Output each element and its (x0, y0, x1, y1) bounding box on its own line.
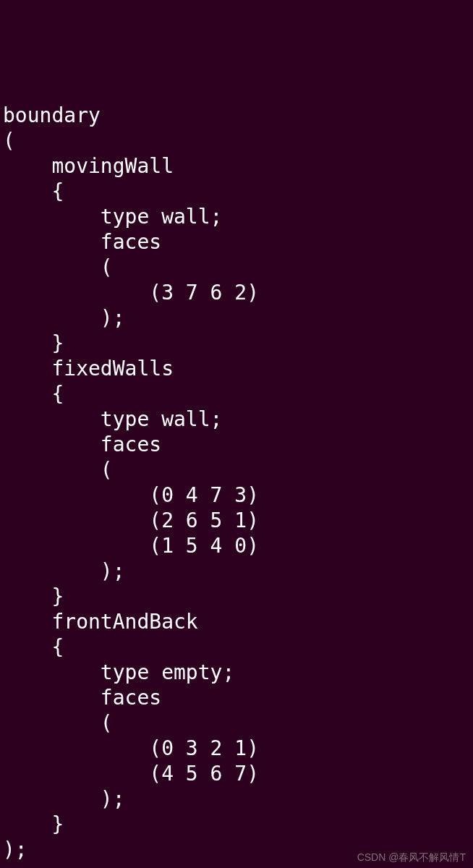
code-line: } (3, 331, 64, 355)
code-line: { (3, 179, 64, 203)
code-line: (4 5 6 7) (3, 762, 259, 786)
code-line: { (3, 382, 64, 406)
code-block: boundary ( movingWall { type wall; faces… (3, 103, 470, 862)
code-line: ( (3, 711, 113, 735)
code-line: (0 4 7 3) (3, 483, 259, 507)
code-line: ); (3, 787, 125, 811)
code-line: faces (3, 230, 161, 254)
code-line: (0 3 2 1) (3, 736, 259, 760)
code-line: faces (3, 433, 161, 456)
code-line: ); (3, 306, 125, 330)
code-line: movingWall (3, 154, 174, 178)
code-line: ( (3, 255, 113, 279)
code-line: (1 5 4 0) (3, 534, 259, 558)
code-line: (2 6 5 1) (3, 509, 259, 532)
code-line: fixedWalls (3, 357, 174, 380)
code-line: faces (3, 686, 161, 710)
code-line: } (3, 584, 64, 608)
code-line: ( (3, 458, 113, 482)
code-line: boundary (3, 103, 101, 127)
code-line: ( (3, 129, 15, 153)
code-line: { (3, 635, 64, 659)
watermark: CSDN @春风不解风情T (357, 851, 466, 864)
code-line: ); (3, 559, 125, 583)
code-line: type empty; (3, 660, 234, 684)
code-line: (3 7 6 2) (3, 281, 259, 305)
code-line: ); (3, 838, 27, 861)
code-line: } (3, 812, 64, 836)
code-line: type wall; (3, 407, 222, 431)
code-line: frontAndBack (3, 610, 198, 634)
code-line: type wall; (3, 205, 222, 229)
